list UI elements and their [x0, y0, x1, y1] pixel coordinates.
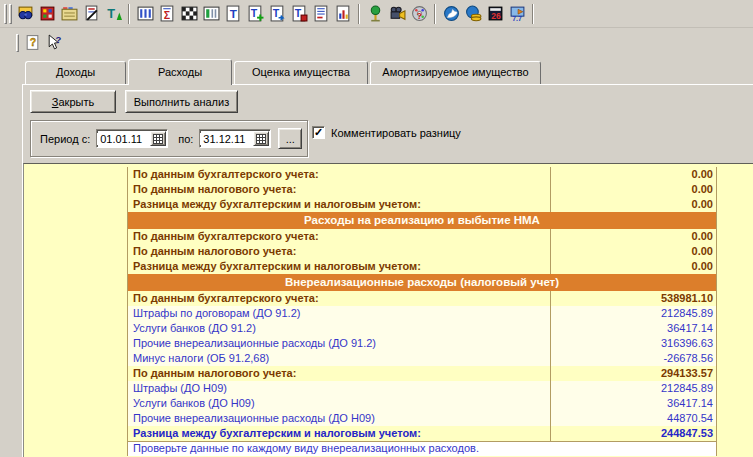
svg-text:?: ? — [416, 11, 421, 21]
close-button[interactable]: Закрыть — [30, 90, 116, 113]
report-table: По данным бухгалтерского учета: 0.00 По … — [23, 163, 753, 457]
row-value[interactable]: 316396.63 — [550, 336, 717, 351]
toolbar-grip[interactable] — [4, 4, 7, 24]
row-label[interactable]: По данным бухгалтерского учета: — [127, 291, 550, 306]
row-label[interactable]: По данным налогового учета: — [127, 244, 550, 259]
document-edit-icon-button[interactable] — [80, 3, 102, 25]
row-value[interactable]: 0.00 — [550, 182, 717, 197]
row-value[interactable]: 212845.89 — [550, 381, 717, 396]
card-file-icon-button[interactable] — [58, 3, 80, 25]
dove-globe-icon-button[interactable] — [440, 3, 462, 25]
bar-chart-icon — [335, 5, 352, 22]
tab-amortiziruemoe-imushchestvo[interactable]: Амортизируемое имущество — [370, 61, 541, 84]
row-label[interactable]: По данным бухгалтерского учета: — [127, 167, 550, 182]
guide-tree-icon-button[interactable] — [364, 3, 386, 25]
context-help-icon-button[interactable]: ? — [43, 32, 65, 54]
row-value[interactable]: 244847.53 — [550, 426, 717, 441]
document-report-icon-button[interactable] — [310, 3, 332, 25]
row-label[interactable]: Штрафы по договорам (ДО 91.2) — [127, 306, 550, 321]
row-value[interactable]: 0.00 — [550, 259, 717, 274]
comment-difference-label[interactable]: Комментировать разницу — [331, 127, 461, 139]
context-help-icon: ? — [46, 34, 63, 51]
svg-text:?: ? — [29, 36, 35, 48]
period-from-input[interactable] — [97, 133, 150, 145]
svg-text:?: ? — [55, 34, 61, 45]
globe-coins-icon-button[interactable] — [462, 3, 484, 25]
period-groupbox: Период с: по: ... — [30, 120, 308, 157]
row-label[interactable]: Услуги банков (ДО 91.2) — [127, 321, 550, 336]
toolbar-grip[interactable] — [9, 4, 12, 24]
row-value[interactable]: 212845.89 — [550, 306, 717, 321]
row-label[interactable]: Прочие внереализационные расходы (ДО Н09… — [127, 411, 550, 426]
svg-text:Σ: Σ — [163, 9, 170, 21]
row-value[interactable]: 0.00 — [550, 197, 717, 212]
period-from-calendar-button[interactable] — [150, 131, 166, 146]
report-row: Штрафы по договорам (ДО 91.2) 212845.89 — [24, 306, 753, 321]
row-value[interactable]: 44870.54 — [550, 411, 717, 426]
note-label[interactable]: Проверьте данные по каждому виду внереал… — [127, 441, 717, 456]
video-camera-icon-button[interactable] — [386, 3, 408, 25]
reference-book-icon-button[interactable] — [36, 3, 58, 25]
bar-chart-icon-button[interactable] — [332, 3, 354, 25]
help-topics-icon: ? — [24, 34, 41, 51]
row-value[interactable]: 294133.57 — [550, 366, 717, 381]
row-value[interactable]: 36417.14 — [550, 396, 717, 411]
row-value[interactable]: 538981.10 — [550, 291, 717, 306]
row-label[interactable]: Прочие внереализационные расходы (ДО 91.… — [127, 336, 550, 351]
table-columns-icon-button[interactable] — [134, 3, 156, 25]
calendar-picker-icon — [256, 134, 266, 144]
row-label[interactable]: Штрафы (ДО Н09) — [127, 381, 550, 396]
document-t-move-icon-button[interactable]: Т — [266, 3, 288, 25]
row-label[interactable]: По данным бухгалтерского учета: — [127, 229, 550, 244]
document-t-plus-icon-button[interactable]: Т — [244, 3, 266, 25]
row-label[interactable]: Минус налоги (ОБ 91.2,68) — [127, 351, 550, 366]
row-label[interactable]: Разница между бухгалтерским и налоговым … — [127, 426, 550, 441]
row-value[interactable]: 0.00 — [550, 244, 717, 259]
tab-strip: Доходы Расходы Оценка имущества Амортизи… — [22, 57, 753, 84]
period-to-calendar-button[interactable] — [253, 131, 269, 146]
row-label[interactable]: По данным налогового учета: — [127, 366, 550, 381]
document-t-plus-icon: Т — [247, 5, 264, 22]
toolbar-grip[interactable] — [16, 34, 19, 52]
comment-difference-checkbox[interactable]: ✓ — [312, 126, 325, 139]
report-row: По данным налогового учета: 0.00 — [24, 244, 753, 259]
document-edit-icon — [83, 5, 100, 22]
row-label[interactable]: Услуги банков (ДО Н09) — [127, 396, 550, 411]
update-77-icon-button[interactable]: 7.7 — [506, 3, 528, 25]
period-to-label: по: — [178, 133, 193, 145]
period-browse-button[interactable]: ... — [278, 128, 302, 149]
checkerboard-icon-button[interactable] — [178, 3, 200, 25]
period-to-input[interactable] — [200, 133, 253, 145]
section-header-label[interactable]: Расходы на реализацию и выбытие НМА — [127, 212, 717, 229]
row-value[interactable]: -26678.56 — [550, 351, 717, 366]
row-value[interactable]: 0.00 — [550, 167, 717, 182]
table-columns-icon — [137, 5, 154, 22]
run-analysis-button[interactable]: Выполнить анализ — [125, 90, 238, 113]
document-t-icon-button[interactable]: Т — [222, 3, 244, 25]
document-t-move-icon: Т — [269, 5, 286, 22]
tab-ocenka-imushchestva[interactable]: Оценка имущества — [234, 61, 368, 84]
cd-help-icon-button[interactable]: ? — [408, 3, 430, 25]
row-value[interactable]: 36417.14 — [550, 321, 717, 336]
difference-row: Разница между бухгалтерским и налоговым … — [24, 426, 753, 441]
document-sigma-icon-button[interactable]: Σ — [156, 3, 178, 25]
find-binoculars-icon-button[interactable] — [14, 3, 36, 25]
section-header-label[interactable]: Внереализационные расходы (налоговый уче… — [127, 274, 717, 291]
row-value[interactable]: 0.00 — [550, 229, 717, 244]
tab-dohody[interactable]: Доходы — [25, 61, 126, 84]
svg-text:Т: Т — [250, 7, 257, 19]
accounts-tree-icon-button[interactable]: Т — [102, 3, 124, 25]
tab-rashody[interactable]: Расходы — [128, 59, 232, 85]
calendar-icon-button[interactable]: 26 — [484, 3, 506, 25]
table-green-icon-button[interactable] — [200, 3, 222, 25]
toolbar-separator — [358, 4, 360, 24]
help-topics-icon-button[interactable]: ? — [21, 32, 43, 54]
document-t-save-icon-button[interactable]: Т — [288, 3, 310, 25]
report-row: По данным налогового учета: 294133.57 — [24, 366, 753, 381]
row-label[interactable]: Разница между бухгалтерским и налоговым … — [127, 197, 550, 212]
card-file-icon — [61, 5, 78, 22]
calendar-icon: 26 — [487, 5, 504, 22]
report-row: По данным бухгалтерского учета: 0.00 — [24, 167, 753, 182]
row-label[interactable]: По данным налогового учета: — [127, 182, 550, 197]
row-label[interactable]: Разница между бухгалтерским и налоговым … — [127, 259, 550, 274]
